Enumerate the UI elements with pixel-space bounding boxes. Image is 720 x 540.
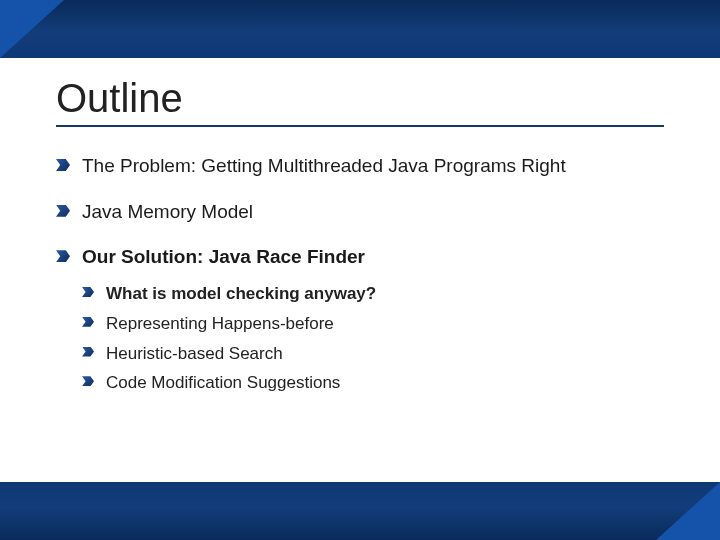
list-item: Heuristic-based Search [82,342,664,366]
corner-top-left [0,0,64,58]
corner-bottom-right [656,482,720,540]
list-item-text: Heuristic-based Search [106,344,283,363]
slide-content: Outline The Problem: Getting Multithread… [0,58,720,482]
list-item-text: Java Memory Model [82,201,253,222]
top-band [0,0,720,58]
outline-sublist: What is model checking anyway? Represent… [82,282,664,395]
list-item: The Problem: Getting Multithreaded Java … [56,153,664,179]
list-item-text: What is model checking anyway? [106,284,376,303]
slide-title: Outline [56,76,664,127]
list-item: Our Solution: Java Race Finder What is m… [56,244,664,395]
list-item: Code Modification Suggestions [82,371,664,395]
bottom-band [0,482,720,540]
outline-list: The Problem: Getting Multithreaded Java … [56,153,664,395]
list-item-text: The Problem: Getting Multithreaded Java … [82,155,566,176]
list-item-text: Our Solution: Java Race Finder [82,246,365,267]
list-item-text: Representing Happens-before [106,314,334,333]
list-item: What is model checking anyway? [82,282,664,306]
list-item-text: Code Modification Suggestions [106,373,340,392]
list-item: Representing Happens-before [82,312,664,336]
list-item: Java Memory Model [56,199,664,225]
